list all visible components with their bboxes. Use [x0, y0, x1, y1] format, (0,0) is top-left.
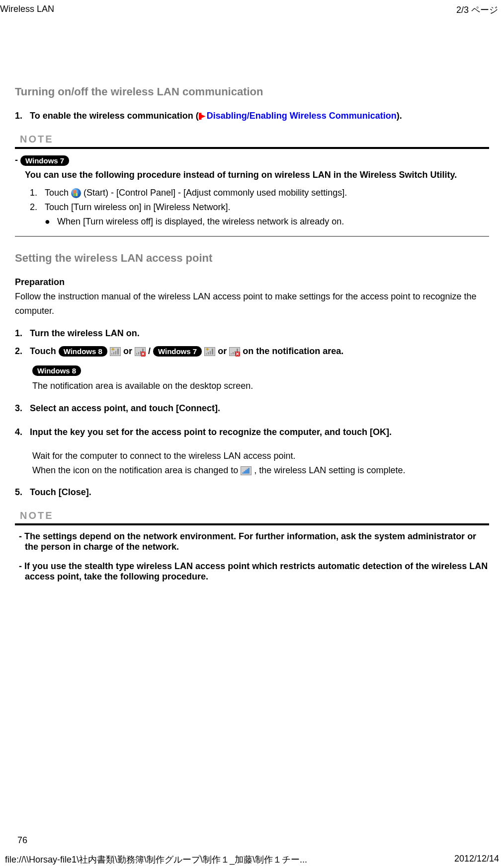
windows7-badge: Windows 7	[20, 155, 69, 166]
step-number: 3.	[15, 403, 30, 414]
wifi-available-icon	[204, 347, 215, 356]
substep1-b: (Start) - [Control Panel] - [Adjust comm…	[81, 188, 347, 198]
step-number: 4.	[15, 425, 30, 440]
preparation-text: Follow the instruction manual of the wir…	[15, 289, 489, 318]
dash: -	[15, 155, 20, 165]
substep2-text: Touch [Turn wireless on] in [Wireless Ne…	[45, 202, 230, 213]
divider	[15, 523, 489, 525]
bullet-icon: ●	[45, 217, 57, 227]
substep1-a: Touch	[45, 188, 71, 198]
sec2-step1: Turn the wireless LAN on.	[30, 328, 489, 339]
step2-b: or	[123, 346, 135, 356]
step4-sub1: Wait for the computer to connect to the …	[32, 451, 296, 461]
sec2-step2: Touch Windows 8 or / Windows 7 or on the…	[30, 346, 489, 357]
section1-title: Turning on/off the wireless LAN communic…	[15, 85, 489, 98]
note-body: You can use the following procedure inst…	[15, 170, 489, 180]
substep-number: 2.	[30, 202, 45, 213]
substep1-text: Touch (Start) - [Control Panel] - [Adjus…	[45, 188, 347, 198]
step2-a: Touch	[30, 346, 59, 356]
disabling-enabling-link[interactable]: Disabling/Enabling Wireless Communicatio…	[207, 111, 397, 121]
step1-text: To enable the wireless communication (Di…	[30, 111, 489, 121]
wifi-disconnected-icon	[135, 347, 146, 356]
substep-number: 1.	[30, 188, 45, 198]
windows8-badge: Windows 8	[59, 346, 107, 357]
note-label: NOTE	[15, 134, 489, 145]
step2-e: on the notification area.	[243, 346, 343, 356]
step2-subtext: The notification area is available on th…	[15, 379, 489, 393]
step4-sub2b: , the wireless LAN setting is complete.	[254, 465, 405, 475]
step2-c: /	[148, 346, 153, 356]
step-number: 5.	[15, 487, 30, 498]
sec2-step3: Select an access point, and touch [Conne…	[30, 403, 489, 414]
step2-d: or	[218, 346, 229, 356]
divider	[15, 147, 489, 149]
bullet-text: When [Turn wireless off] is displayed, t…	[57, 217, 344, 227]
footer-date: 2012/12/14	[454, 854, 499, 866]
note2-item1: - The settings depend on the network env…	[15, 531, 489, 552]
section2-title: Setting the wireless LAN access point	[15, 252, 489, 265]
wifi-connected-icon	[241, 466, 252, 475]
sec2-step5: Touch [Close].	[30, 487, 489, 498]
windows7-badge: Windows 7	[153, 346, 202, 357]
start-orb-icon	[71, 188, 81, 198]
footer-path: file://\\Horsay-file1\社内書類\勤務簿\制作グループ\制作…	[5, 854, 307, 866]
note2-item2: - If you use the stealth type wireless L…	[15, 561, 489, 582]
header-title: Wireless LAN	[0, 4, 54, 16]
step-number: 1.	[15, 328, 30, 339]
link-arrow-icon	[199, 113, 206, 120]
page-number: 76	[17, 835, 27, 846]
page-indicator: 2/3 ページ	[456, 4, 498, 16]
step-number: 2.	[15, 346, 30, 357]
wifi-disconnected-icon	[229, 347, 240, 356]
preparation-label: Preparation	[15, 277, 489, 288]
step1-suffix: ).	[397, 111, 402, 121]
step4-sub2a: When the icon on the notification area i…	[32, 465, 241, 475]
windows8-badge: Windows 8	[32, 365, 81, 376]
note-label: NOTE	[15, 510, 489, 521]
step1-prefix: To enable the wireless communication (	[30, 111, 199, 121]
divider	[15, 236, 489, 237]
sec2-step4: Input the key you set for the access poi…	[30, 425, 489, 440]
wifi-available-icon	[110, 347, 121, 356]
step-number: 1.	[15, 111, 30, 121]
